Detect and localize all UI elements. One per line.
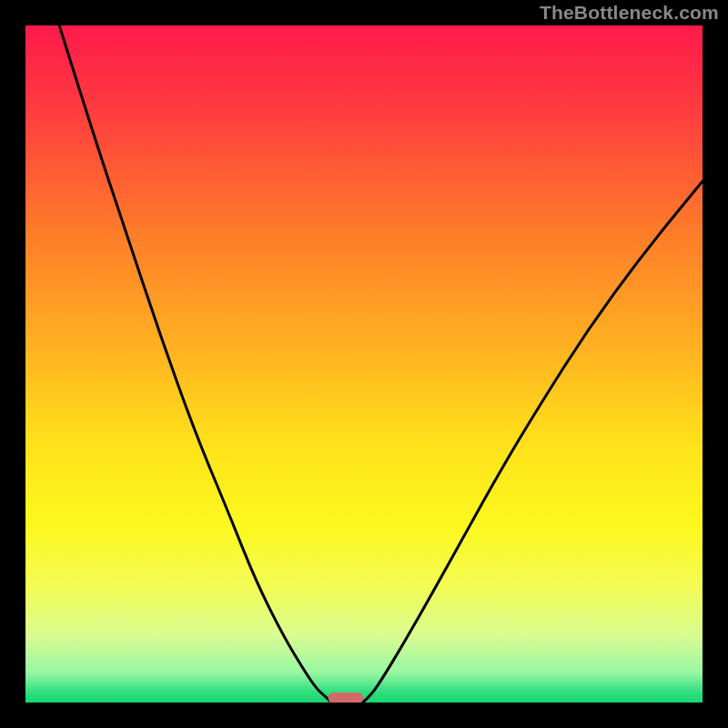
- optimal-zone-marker: [329, 693, 364, 703]
- watermark-text: TheBottleneck.com: [540, 2, 719, 24]
- gradient-background: [25, 25, 703, 703]
- chart-svg: [25, 25, 703, 703]
- plot-area: [25, 25, 703, 703]
- chart-frame: TheBottleneck.com: [0, 0, 728, 728]
